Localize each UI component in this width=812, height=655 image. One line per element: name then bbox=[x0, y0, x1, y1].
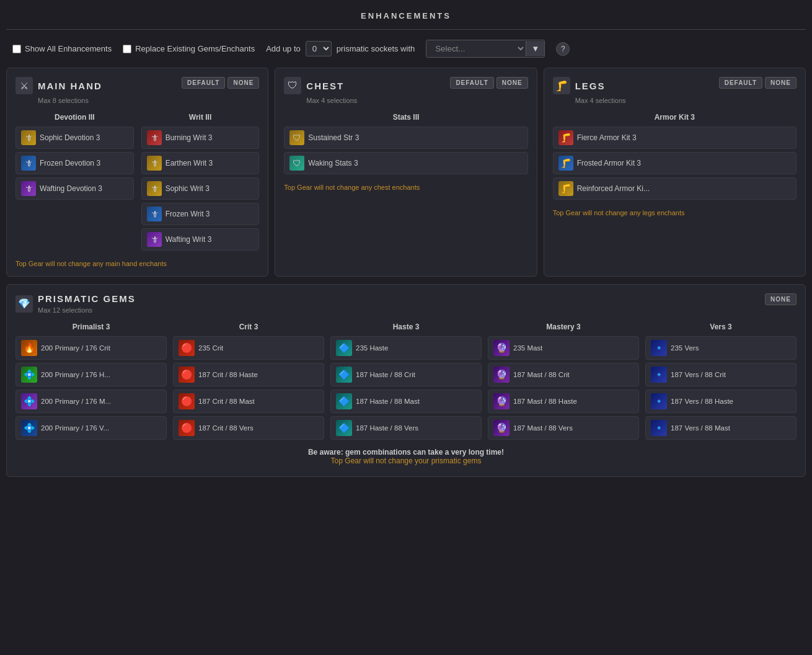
chest-none-btn[interactable]: NONE bbox=[496, 77, 528, 89]
gems-section: 💎 PRISMATIC GEMS Max 12 selections NONE … bbox=[6, 284, 806, 477]
wafting-devotion-icon: 🗡 bbox=[21, 181, 36, 196]
legs-none-btn[interactable]: NONE bbox=[765, 77, 797, 89]
list-item[interactable]: 🦵 Reinforced Armor Ki... bbox=[553, 177, 797, 200]
help-button[interactable]: ? bbox=[556, 42, 570, 56]
sophic-devotion-label: Sophic Devotion 3 bbox=[40, 133, 100, 142]
list-item[interactable]: 🔮 235 Mast bbox=[488, 336, 639, 360]
list-item[interactable]: 🔷 235 Haste bbox=[330, 336, 482, 360]
vers-haste-label: 187 Vers / 88 Haste bbox=[671, 398, 733, 405]
list-item[interactable]: 🔮 187 Mast / 88 Vers bbox=[488, 416, 639, 440]
list-item[interactable]: 🔹 187 Vers / 88 Mast bbox=[645, 416, 797, 440]
primalist-crit-icon: 🔥 bbox=[21, 340, 37, 356]
list-item[interactable]: 🔮 187 Mast / 88 Haste bbox=[488, 390, 639, 413]
main-hand-btns: DEFAULT NONE bbox=[182, 77, 259, 89]
main-hand-section: ⚔ MAIN HAND DEFAULT NONE Max 8 selection… bbox=[6, 68, 268, 277]
wafting-devotion-label: Wafting Devotion 3 bbox=[40, 184, 102, 193]
list-item[interactable]: 🗡 Sophic Writ 3 bbox=[141, 177, 260, 200]
legs-icon: 🦵 bbox=[553, 77, 570, 94]
crit-label: 235 Crit bbox=[198, 344, 223, 352]
prismatic-select-wrapper: Select... ▼ bbox=[426, 40, 545, 58]
list-item[interactable]: 🔷 187 Haste / 88 Crit bbox=[330, 363, 482, 386]
primalist-haste-icon: 💠 bbox=[21, 367, 37, 383]
list-item[interactable]: 🗡 Earthen Writ 3 bbox=[141, 152, 260, 174]
list-item[interactable]: 💠 200 Primary / 176 V... bbox=[15, 416, 167, 440]
list-item[interactable]: 🛡 Waking Stats 3 bbox=[284, 152, 527, 174]
list-item[interactable]: 🔮 187 Mast / 88 Crit bbox=[488, 363, 639, 386]
gems-title-area: 💎 PRISMATIC GEMS Max 12 selections bbox=[15, 293, 136, 314]
mast-label: 235 Mast bbox=[513, 344, 542, 352]
main-hand-default-btn[interactable]: DEFAULT bbox=[182, 77, 225, 89]
writ-col: Writ III 🗡 Burning Writ 3 🗡 Earthen Writ… bbox=[141, 113, 260, 254]
mast-crit-icon: 🔮 bbox=[493, 367, 510, 383]
list-item[interactable]: 🗡 Frozen Writ 3 bbox=[141, 203, 260, 225]
list-item[interactable]: 🔹 235 Vers bbox=[645, 336, 797, 360]
primalist-haste-label: 200 Primary / 176 H... bbox=[41, 371, 110, 378]
devotion-col-title: Devotion III bbox=[15, 113, 134, 122]
haste-crit-icon: 🔷 bbox=[336, 367, 352, 383]
main-hand-title: MAIN HAND bbox=[38, 81, 102, 91]
primalist-vers-icon: 💠 bbox=[21, 420, 37, 436]
gems-none-btn[interactable]: NONE bbox=[765, 293, 797, 305]
chest-icon: 🛡 bbox=[284, 77, 301, 94]
main-hand-none-btn[interactable]: NONE bbox=[227, 77, 259, 89]
legs-columns: Armor Kit 3 🦵 Fierce Armor Kit 3 🦵 Frost… bbox=[553, 113, 797, 203]
chest-btns: DEFAULT NONE bbox=[450, 77, 527, 89]
legs-header: 🦵 LEGS DEFAULT NONE bbox=[553, 77, 797, 94]
list-item[interactable]: 🔷 187 Haste / 88 Vers bbox=[330, 416, 482, 440]
gems-header: 💎 PRISMATIC GEMS Max 12 selections NONE bbox=[15, 293, 797, 314]
sophic-writ-icon: 🗡 bbox=[147, 181, 162, 196]
prismatic-dropdown-btn[interactable]: ▼ bbox=[526, 41, 544, 56]
main-hand-title-area: ⚔ MAIN HAND bbox=[15, 77, 102, 94]
earthen-writ-label: Earthen Writ 3 bbox=[165, 159, 213, 167]
list-item[interactable]: 💠 200 Primary / 176 H... bbox=[15, 363, 167, 386]
replace-checkbox[interactable] bbox=[123, 45, 131, 53]
haste-label: 235 Haste bbox=[356, 344, 388, 352]
show-all-label: Show All Enhancements bbox=[25, 44, 112, 53]
list-item[interactable]: 🔴 187 Crit / 88 Vers bbox=[173, 416, 324, 440]
list-item[interactable]: 🗡 Burning Writ 3 bbox=[141, 127, 260, 149]
num-select[interactable]: 012345 bbox=[306, 41, 332, 56]
list-item[interactable]: 🔥 200 Primary / 176 Crit bbox=[15, 336, 167, 360]
replace-checkbox-label[interactable]: Replace Existing Gems/Enchants bbox=[123, 44, 255, 53]
list-item[interactable]: 🗡 Sophic Devotion 3 bbox=[15, 127, 134, 149]
legs-title: LEGS bbox=[575, 81, 606, 91]
list-item[interactable]: 🛡 Sustained Str 3 bbox=[284, 127, 527, 149]
vers-crit-icon: 🔹 bbox=[651, 367, 667, 383]
notice-bold: Be aware: gem combinations can take a ve… bbox=[15, 448, 797, 457]
crit-haste-label: 187 Crit / 88 Haste bbox=[198, 371, 258, 378]
reinforced-armor-icon: 🦵 bbox=[558, 181, 573, 196]
bottom-notice: Be aware: gem combinations can take a ve… bbox=[15, 443, 797, 468]
chest-default-btn[interactable]: DEFAULT bbox=[450, 77, 493, 89]
frozen-devotion-icon: 🗡 bbox=[21, 156, 36, 171]
show-all-checkbox-label[interactable]: Show All Enhancements bbox=[12, 44, 112, 53]
haste-vers-label: 187 Haste / 88 Vers bbox=[356, 424, 418, 432]
main-hand-header: ⚔ MAIN HAND DEFAULT NONE bbox=[15, 77, 259, 94]
list-item[interactable]: 🦵 Fierce Armor Kit 3 bbox=[553, 127, 797, 149]
show-all-checkbox[interactable] bbox=[12, 45, 21, 53]
prismatic-select[interactable]: Select... bbox=[426, 40, 526, 57]
list-item[interactable]: 🗡 Frozen Devotion 3 bbox=[15, 152, 134, 174]
vers-col-title: Vers 3 bbox=[645, 323, 797, 331]
list-item[interactable]: 🔴 187 Crit / 88 Haste bbox=[173, 363, 324, 386]
mastery-col: Mastery 3 🔮 235 Mast 🔮 187 Mast / 88 Cri… bbox=[488, 323, 639, 443]
crit-vers-label: 187 Crit / 88 Vers bbox=[198, 424, 254, 432]
gems-title: PRISMATIC GEMS bbox=[38, 293, 136, 304]
fierce-armor-icon: 🦵 bbox=[558, 130, 573, 145]
list-item[interactable]: 🔹 187 Vers / 88 Haste bbox=[645, 390, 797, 413]
list-item[interactable]: 🔷 187 Haste / 88 Mast bbox=[330, 390, 482, 413]
list-item[interactable]: 🗡 Wafting Writ 3 bbox=[141, 228, 260, 251]
sustained-str-icon: 🛡 bbox=[289, 130, 304, 145]
list-item[interactable]: 💠 200 Primary / 176 M... bbox=[15, 390, 167, 413]
list-item[interactable]: 🗡 Wafting Devotion 3 bbox=[15, 177, 134, 200]
haste-mast-label: 187 Haste / 88 Mast bbox=[356, 398, 420, 405]
legs-default-btn[interactable]: DEFAULT bbox=[719, 77, 762, 89]
sustained-str-label: Sustained Str 3 bbox=[308, 133, 359, 142]
waking-stats-icon: 🛡 bbox=[289, 156, 304, 171]
list-item[interactable]: 🔴 187 Crit / 88 Mast bbox=[173, 390, 324, 413]
crit-haste-icon: 🔴 bbox=[179, 367, 195, 383]
haste-icon: 🔷 bbox=[336, 340, 352, 356]
sophic-writ-label: Sophic Writ 3 bbox=[165, 184, 210, 193]
list-item[interactable]: 🔴 235 Crit bbox=[173, 336, 324, 360]
list-item[interactable]: 🔹 187 Vers / 88 Crit bbox=[645, 363, 797, 386]
list-item[interactable]: 🦵 Frosted Armor Kit 3 bbox=[553, 152, 797, 174]
